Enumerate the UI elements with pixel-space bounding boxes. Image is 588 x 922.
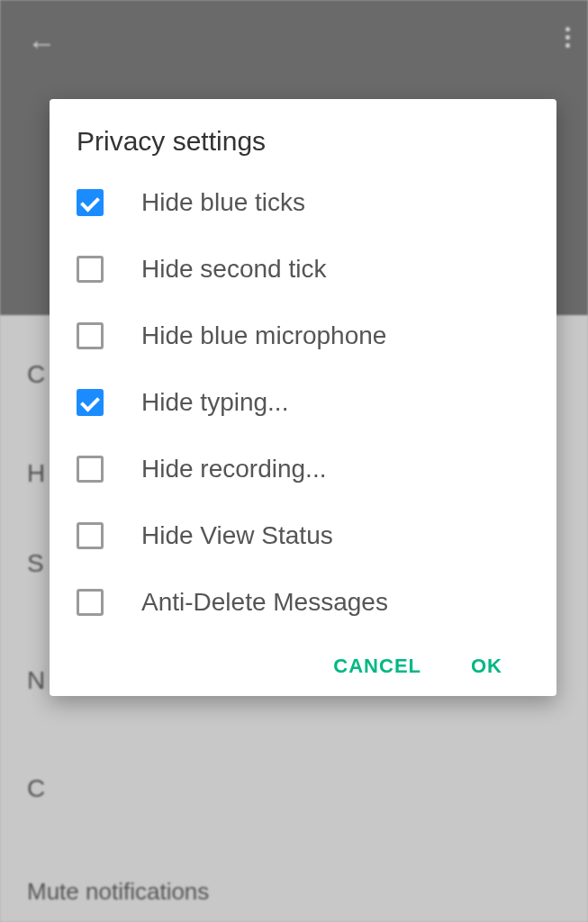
checkbox-icon[interactable] xyxy=(77,322,104,349)
checkbox-icon[interactable] xyxy=(77,389,104,416)
checkbox-icon[interactable] xyxy=(77,456,104,483)
option-hide-blue-ticks[interactable]: Hide blue ticks xyxy=(77,188,529,217)
overflow-menu-icon xyxy=(565,27,570,48)
option-hide-blue-microphone[interactable]: Hide blue microphone xyxy=(77,321,529,350)
option-hide-second-tick[interactable]: Hide second tick xyxy=(77,255,529,284)
background-letter: C xyxy=(27,360,45,389)
option-label: Hide recording... xyxy=(141,455,326,484)
background-letter: N xyxy=(27,666,45,695)
privacy-settings-dialog: Privacy settings Hide blue ticks Hide se… xyxy=(50,99,556,696)
option-label: Hide second tick xyxy=(141,255,326,284)
background-letter: S xyxy=(27,549,44,578)
checkbox-icon[interactable] xyxy=(77,256,104,283)
back-arrow-icon: ← xyxy=(27,27,56,60)
option-label: Hide blue ticks xyxy=(141,188,305,217)
option-hide-typing[interactable]: Hide typing... xyxy=(77,388,529,417)
dialog-title: Privacy settings xyxy=(77,126,529,157)
option-label: Anti-Delete Messages xyxy=(141,588,388,617)
option-label: Hide View Status xyxy=(141,521,333,550)
background-letter: H xyxy=(27,459,45,488)
option-anti-delete-messages[interactable]: Anti-Delete Messages xyxy=(77,588,529,617)
background-letter: C xyxy=(27,774,45,803)
option-label: Hide blue microphone xyxy=(141,321,386,350)
checkbox-icon[interactable] xyxy=(77,589,104,616)
dialog-actions: CANCEL OK xyxy=(77,655,529,678)
ok-button[interactable]: OK xyxy=(471,655,502,678)
mute-notifications-label: Mute notifications xyxy=(27,878,209,906)
option-hide-view-status[interactable]: Hide View Status xyxy=(77,521,529,550)
checkbox-icon[interactable] xyxy=(77,189,104,216)
option-label: Hide typing... xyxy=(141,388,288,417)
cancel-button[interactable]: CANCEL xyxy=(333,655,421,678)
option-hide-recording[interactable]: Hide recording... xyxy=(77,455,529,484)
checkbox-icon[interactable] xyxy=(77,522,104,549)
